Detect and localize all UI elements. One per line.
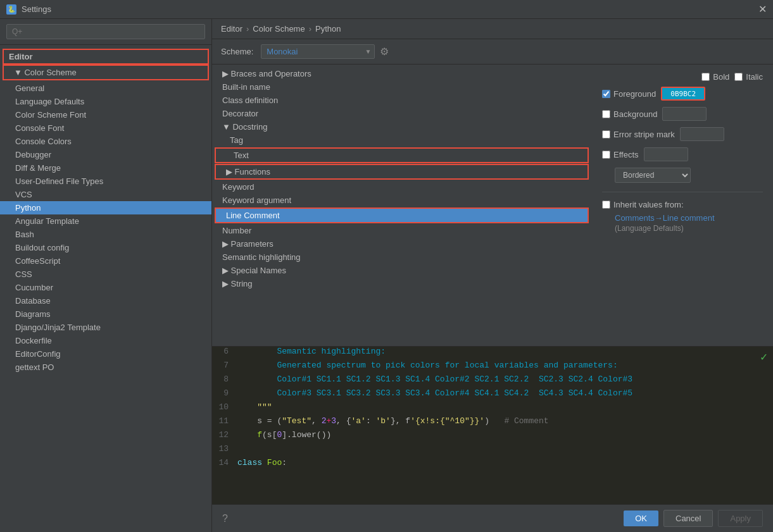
tree-item-keyword-arg[interactable]: Keyword argument (212, 194, 591, 207)
effects-checkbox[interactable] (602, 151, 610, 159)
tree-item-tag[interactable]: Tag (212, 133, 591, 147)
settings-window: 🐍 Settings ✕ Editor ▼ Color Scheme (0, 0, 773, 532)
background-checkbox[interactable] (602, 110, 610, 118)
inherit-section: Inherit values from: Comments→Line comme… (602, 192, 763, 233)
effects-select[interactable]: Bordered Underline Bold underline Wave u… (615, 168, 691, 183)
sidebar-item-diff-merge[interactable]: Diff & Merge (0, 161, 211, 175)
inherit-checkbox[interactable] (602, 201, 610, 209)
error-stripe-checkbox-label: Error stripe mark (602, 130, 675, 139)
tree-item-functions[interactable]: ▶ Functions (216, 165, 588, 178)
sidebar: Editor ▼ Color Scheme General Language D… (0, 19, 212, 532)
error-stripe-row: Error stripe mark (602, 127, 763, 141)
bold-checkbox[interactable] (701, 73, 710, 81)
ok-button[interactable]: OK (624, 510, 658, 526)
scheme-label: Scheme: (221, 47, 253, 56)
breadcrumb: Editor › Color Scheme › Python (212, 19, 773, 39)
sidebar-item-editor[interactable]: Editor (4, 50, 208, 63)
error-stripe-color-swatch[interactable] (680, 127, 724, 141)
syntax-tree-list: ▶ Braces and Operators Built-in name Cla… (212, 65, 592, 346)
inherit-checkbox-label: Inherit values from: (602, 200, 763, 209)
checkmark-icon: ✓ (760, 351, 768, 363)
foreground-row: Foreground 0B9BC2 (602, 87, 763, 101)
code-content-13 (237, 444, 773, 454)
sidebar-item-color-scheme-font[interactable]: Color Scheme Font (0, 108, 211, 121)
sidebar-item-editorconfig[interactable]: EditorConfig (0, 347, 211, 361)
tree-item-semantic[interactable]: Semantic highlighting (212, 251, 591, 264)
sidebar-item-bash[interactable]: Bash (0, 228, 211, 241)
effects-row: Effects (602, 147, 763, 161)
close-button[interactable]: ✕ (758, 3, 767, 15)
tree-item-decorator[interactable]: Decorator (212, 107, 591, 120)
cancel-button[interactable]: Cancel (663, 510, 713, 527)
error-stripe-checkbox[interactable] (602, 130, 610, 139)
sidebar-item-console-font[interactable]: Console Font (0, 121, 211, 135)
foreground-color-swatch[interactable]: 0B9BC2 (661, 87, 705, 101)
scheme-select[interactable]: Monokai Darcula Default High Contrast (261, 44, 375, 59)
foreground-label: Foreground (613, 89, 656, 99)
inherit-link[interactable]: Comments→Line comment (615, 213, 715, 223)
tree-item-docstring[interactable]: ▼ Docstring (212, 120, 591, 133)
sidebar-item-angular[interactable]: Angular Template (0, 214, 211, 228)
italic-checkbox-label: Italic (734, 72, 763, 82)
tree-item-line-comment[interactable]: Line Comment (216, 209, 588, 222)
italic-checkbox[interactable] (734, 73, 743, 81)
code-content-7: Generated spectrum to pick colors for lo… (237, 361, 773, 370)
tree-item-braces[interactable]: ▶ Braces and Operators (212, 67, 591, 80)
sidebar-item-debugger[interactable]: Debugger (0, 148, 211, 161)
tree-item-parameters[interactable]: ▶ Parameters (212, 237, 591, 251)
tree-item-class-def[interactable]: Class definition (212, 94, 591, 107)
apply-button[interactable]: Apply (718, 510, 763, 527)
inherit-sub: (Language Defaults) (615, 224, 763, 233)
sidebar-item-dockerfile[interactable]: Dockerfile (0, 334, 211, 347)
line-num-7: 7 (212, 361, 237, 370)
sidebar-item-vcs[interactable]: VCS (0, 188, 211, 201)
breadcrumb-sep2: › (309, 24, 311, 34)
tree-item-builtin[interactable]: Built-in name (212, 80, 591, 94)
code-line-6: 6 Semantic highlighting: (212, 347, 773, 361)
line-num-13: 13 (212, 444, 237, 454)
code-line-10: 10 """ (212, 402, 773, 416)
sidebar-item-diagrams[interactable]: Diagrams (0, 307, 211, 321)
sidebar-item-coffeescript[interactable]: CoffeeScript (0, 254, 211, 268)
code-line-8: 8 Color#1 SC1.1 SC1.2 SC1.3 SC1.4 Color#… (212, 374, 773, 388)
breadcrumb-editor: Editor (221, 24, 242, 34)
tree-item-text[interactable]: Text (216, 149, 588, 162)
tree-item-special-names[interactable]: ▶ Special Names (212, 264, 591, 277)
background-color-swatch[interactable] (662, 107, 707, 121)
functions-highlight-border: ▶ Functions (215, 164, 589, 180)
sidebar-item-django[interactable]: Django/Jinja2 Template (0, 321, 211, 334)
tree-item-number[interactable]: Number (212, 224, 591, 237)
text-highlight-border: Text (215, 147, 589, 163)
code-content-12: f(s[0].lower()) (237, 430, 773, 440)
sidebar-item-database[interactable]: Database (0, 294, 211, 307)
foreground-checkbox[interactable] (602, 90, 610, 98)
error-stripe-label: Error stripe mark (613, 130, 675, 139)
bottom-bar: ? OK Cancel Apply (212, 504, 773, 532)
sidebar-item-python[interactable]: Python (0, 201, 211, 214)
sidebar-item-gettext[interactable]: gettext PO (0, 361, 211, 374)
help-icon[interactable]: ? (222, 513, 228, 524)
sidebar-item-buildout[interactable]: Buildout config (0, 241, 211, 254)
line-num-9: 9 (212, 388, 237, 398)
bold-label: Bold (713, 72, 729, 82)
sidebar-item-general[interactable]: General (0, 82, 211, 95)
search-box (0, 19, 211, 45)
tree-item-keyword[interactable]: Keyword (212, 180, 591, 194)
effects-select-wrapper: Bordered Underline Bold underline Wave u… (615, 168, 691, 183)
code-content-10: """ (237, 402, 773, 412)
sidebar-item-color-scheme[interactable]: ▼ Color Scheme (4, 66, 208, 79)
tree-item-string[interactable]: ▶ String (212, 277, 591, 290)
effects-color-swatch[interactable] (644, 147, 688, 161)
background-checkbox-label: Background (602, 109, 657, 119)
sidebar-item-css[interactable]: CSS (0, 268, 211, 281)
sidebar-item-language-defaults[interactable]: Language Defaults (0, 95, 211, 108)
sidebar-item-console-colors[interactable]: Console Colors (0, 135, 211, 148)
sidebar-item-cucumber[interactable]: Cucumber (0, 281, 211, 294)
scheme-bar: Scheme: Monokai Darcula Default High Con… (212, 39, 773, 65)
code-content-6: Semantic highlighting: (237, 347, 773, 356)
gear-icon[interactable]: ⚙ (380, 46, 389, 58)
code-line-9: 9 Color#3 SC3.1 SC3.2 SC3.3 SC3.4 Color#… (212, 388, 773, 402)
sidebar-item-user-defined[interactable]: User-Defined File Types (0, 175, 211, 188)
effects-label: Effects (613, 150, 639, 159)
search-input[interactable] (6, 24, 205, 39)
